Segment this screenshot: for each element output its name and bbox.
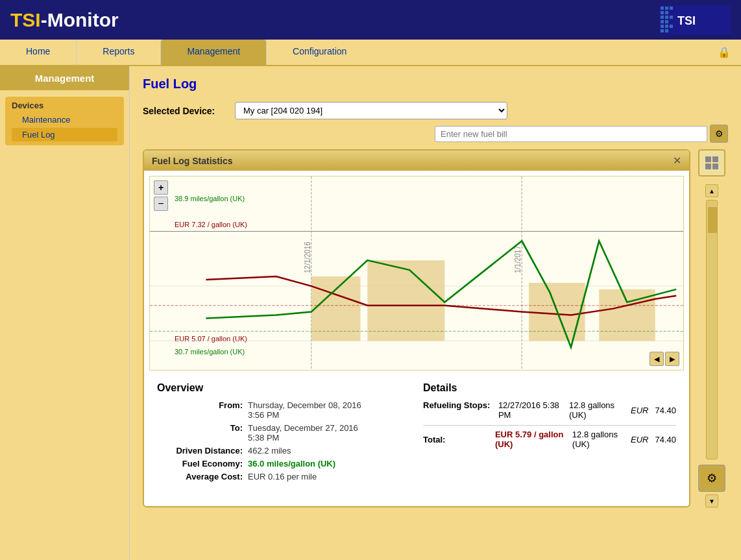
svg-rect-3 — [670, 6, 673, 10]
details-refueling-label: Refueling Stops: — [423, 400, 498, 410]
svg-rect-33 — [705, 164, 711, 169]
stats-panel: Fuel Log Statistics ✕ + − 38.9 miles/gal… — [143, 149, 690, 507]
svg-rect-7 — [665, 16, 668, 19]
nav-item-home[interactable]: Home — [0, 40, 76, 65]
overview-section: Overview From: Thursday, December 08, 20… — [157, 382, 410, 485]
stats-area: Fuel Log Statistics ✕ + − 38.9 miles/gal… — [143, 149, 728, 507]
nav-item-management[interactable]: Management — [161, 40, 266, 65]
overview-cost-row: Average Cost: EUR 0.16 per mile — [157, 472, 410, 481]
details-total-row: Total: EUR 5.79 / gallon (UK) 12.8 gallo… — [423, 425, 676, 449]
overview-economy-row: Fuel Economy: 36.0 miles/gallon (UK) — [157, 459, 410, 469]
details-refueling-data: 12/27/2016 5:38 PM 12.8 gallons (UK) EUR… — [498, 400, 676, 420]
details-total-gallons: 12.8 gallons (UK) — [572, 430, 624, 449]
details-total-label: Total: — [423, 435, 495, 444]
device-selector-row: Selected Device: My car [204 020 194] — [143, 102, 728, 119]
zoom-in-button[interactable]: + — [154, 180, 168, 195]
nav-bar: Home Reports Management Configuration 🔒 — [0, 40, 741, 66]
title-monitor: -Monitor — [41, 9, 119, 30]
overview-from-row: From: Thursday, December 08, 20163:56 PM — [157, 400, 410, 420]
overview-from-label: From: — [157, 400, 248, 420]
details-total-data: EUR 5.79 / gallon (UK) 12.8 gallons (UK)… — [495, 430, 676, 449]
device-label: Selected Device: — [143, 106, 227, 116]
title-tsi: TSI — [10, 9, 41, 30]
chart-nav-left[interactable]: ◀ — [650, 352, 664, 366]
svg-rect-4 — [661, 11, 664, 14]
details-section: Details Refueling Stops: 12/27/2016 5:38… — [423, 382, 676, 485]
app-title: TSI-Monitor — [10, 9, 119, 31]
sidebar-section-devices: Devices Maintenance Fuel Log — [5, 97, 124, 145]
gear-side-button[interactable]: ⚙ — [698, 465, 725, 492]
grid-button[interactable] — [698, 149, 725, 177]
svg-rect-32 — [712, 156, 718, 162]
fuel-bill-input[interactable] — [435, 126, 707, 142]
body-layout: Management Devices Maintenance Fuel Log … — [0, 66, 741, 560]
header-logo: TSI — [659, 5, 731, 34]
sidebar: Management Devices Maintenance Fuel Log — [0, 66, 130, 560]
overview-to-row: To: Tuesday, December 27, 20165:38 PM — [157, 423, 410, 443]
svg-rect-34 — [712, 164, 718, 169]
tsi-logo-image: TSI — [659, 5, 731, 34]
svg-rect-14 — [661, 29, 664, 32]
fuel-bill-row: ⚙ — [143, 125, 728, 143]
stats-panel-header: Fuel Log Statistics ✕ — [144, 151, 689, 171]
sidebar-section-title-devices[interactable]: Devices — [12, 101, 117, 110]
grid-icon — [704, 155, 720, 171]
svg-rect-1 — [661, 6, 664, 10]
scrollbar-track — [706, 200, 718, 459]
lock-icon[interactable]: 🔒 — [707, 40, 741, 65]
scroll-up-button[interactable]: ▲ — [705, 184, 718, 197]
overview-from-value: Thursday, December 08, 20163:56 PM — [248, 400, 361, 420]
main-content: Fuel Log Selected Device: My car [204 02… — [130, 66, 741, 560]
details-stop-date: 12/27/2016 5:38 PM — [498, 400, 563, 420]
sidebar-section-box: Devices Maintenance Fuel Log — [5, 97, 124, 145]
svg-rect-13 — [670, 25, 673, 28]
svg-rect-11 — [661, 25, 664, 28]
svg-rect-6 — [661, 16, 664, 19]
gear-button[interactable]: ⚙ — [710, 125, 728, 143]
scroll-down-button[interactable]: ▼ — [705, 494, 718, 507]
details-refueling-row: Refueling Stops: 12/27/2016 5:38 PM 12.8… — [423, 400, 676, 420]
svg-text:12/1/2016: 12/1/2016 — [303, 241, 311, 273]
nav-item-reports[interactable]: Reports — [77, 40, 160, 65]
svg-rect-15 — [665, 29, 668, 32]
overview-distance-value: 462.2 miles — [248, 446, 291, 456]
chart-nav: ◀ ▶ — [650, 352, 679, 366]
overview-economy-label: Fuel Economy: — [157, 459, 248, 469]
details-total-currency: EUR — [631, 435, 648, 444]
chart-nav-right[interactable]: ▶ — [665, 352, 679, 366]
svg-rect-10 — [665, 20, 668, 23]
svg-text:1/1/2017: 1/1/2017 — [514, 246, 522, 273]
overview-distance-row: Driven Distance: 462.2 miles — [157, 446, 410, 456]
overview-to-label: To: — [157, 423, 248, 443]
sidebar-item-fuellog[interactable]: Fuel Log — [12, 128, 117, 141]
details-total-amount: 74.40 — [655, 435, 676, 444]
device-select[interactable]: My car [204 020 194] — [235, 102, 507, 119]
svg-rect-12 — [665, 25, 668, 28]
sidebar-header: Management — [0, 66, 129, 90]
scrollbar-thumb[interactable] — [708, 207, 717, 233]
chart-container: + − 38.9 miles/gallon (UK) EUR 7.32 / ga… — [149, 176, 684, 371]
overview-distance-label: Driven Distance: — [157, 446, 248, 456]
overview-cost-value: EUR 0.16 per mile — [248, 472, 317, 481]
overview-cost-label: Average Cost: — [157, 472, 248, 481]
chart-svg: 12/1/2016 1/1/2017 — [150, 177, 683, 370]
overview-to-value: Tuesday, December 27, 20165:38 PM — [248, 423, 358, 443]
stats-panel-title: Fuel Log Statistics — [152, 156, 232, 166]
svg-rect-2 — [665, 6, 668, 10]
nav-spacer — [372, 40, 707, 65]
details-total-price: EUR 5.79 / gallon (UK) — [495, 430, 566, 449]
right-panel: ▲ ⚙ ▼ — [696, 149, 728, 507]
overview-title: Overview — [157, 382, 410, 394]
details-title: Details — [423, 382, 676, 394]
page-title: Fuel Log — [143, 77, 728, 91]
overview-economy-value: 36.0 miles/gallon (UK) — [248, 459, 335, 469]
svg-text:TSI: TSI — [677, 14, 696, 27]
nav-item-configuration[interactable]: Configuration — [267, 40, 372, 65]
zoom-out-button[interactable]: − — [154, 197, 168, 211]
details-stop-currency: EUR — [631, 406, 648, 415]
close-icon[interactable]: ✕ — [673, 154, 681, 167]
details-stop-amount: 74.40 — [655, 406, 676, 415]
svg-rect-9 — [661, 20, 664, 23]
svg-rect-31 — [705, 156, 711, 162]
sidebar-item-maintenance[interactable]: Maintenance — [12, 113, 117, 127]
